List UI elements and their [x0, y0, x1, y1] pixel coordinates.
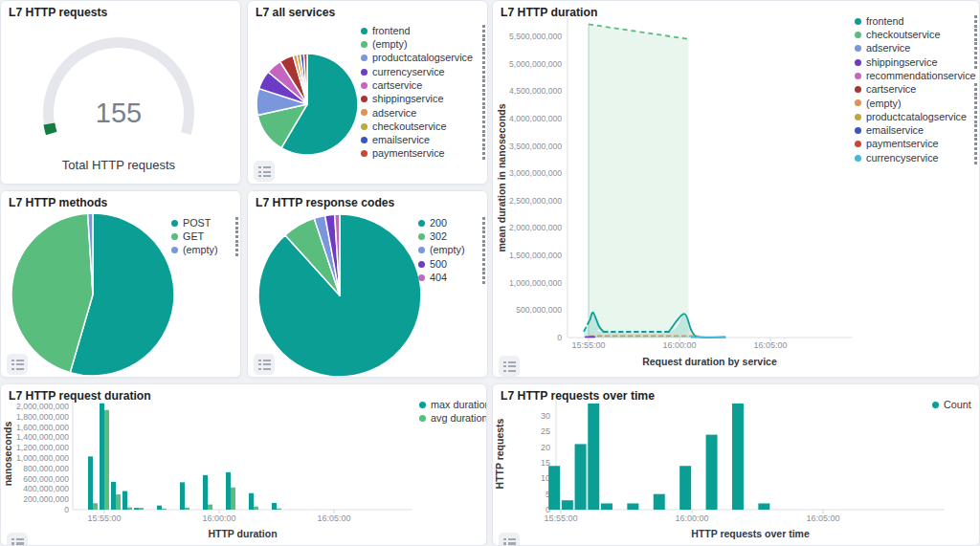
- legend-item[interactable]: 302: [418, 229, 485, 243]
- legend-item[interactable]: emailservice: [361, 133, 485, 146]
- legend-actions-icon[interactable]: [974, 42, 977, 55]
- bar-avg-duration[interactable]: [116, 494, 121, 510]
- legend-actions-icon[interactable]: [974, 15, 977, 28]
- bar-max-duration[interactable]: [180, 482, 185, 510]
- legend-actions-icon[interactable]: [974, 138, 977, 150]
- bar-avg-duration[interactable]: [254, 507, 258, 510]
- legend-toggle-button[interactable]: [254, 354, 275, 375]
- legend-item[interactable]: currencyservice: [855, 151, 977, 164]
- legend-actions-icon[interactable]: [974, 56, 977, 69]
- bar-max-duration[interactable]: [226, 472, 231, 510]
- bar-count[interactable]: [706, 435, 718, 510]
- bar-count[interactable]: [627, 503, 638, 510]
- legend-actions-icon[interactable]: [482, 134, 485, 146]
- legend-actions-icon[interactable]: [235, 230, 238, 243]
- bar-avg-duration[interactable]: [162, 509, 167, 510]
- bar-avg-duration[interactable]: [139, 508, 144, 510]
- legend-item[interactable]: cartservice: [855, 82, 977, 96]
- legend-actions-icon[interactable]: [482, 217, 485, 229]
- bar-count[interactable]: [601, 503, 612, 510]
- legend-actions-icon[interactable]: [235, 217, 238, 229]
- bar-avg-duration[interactable]: [104, 410, 109, 510]
- legend-toggle-button[interactable]: [7, 354, 28, 375]
- bar-avg-duration[interactable]: [208, 505, 212, 510]
- legend-actions-icon[interactable]: [482, 147, 485, 160]
- legend-item[interactable]: POST: [171, 216, 238, 229]
- legend-item[interactable]: 500: [418, 257, 485, 271]
- legend-item[interactable]: cartservice: [361, 78, 485, 92]
- legend-item[interactable]: adservice: [361, 106, 485, 120]
- legend-item[interactable]: GET: [171, 229, 238, 243]
- chart-legend: Count: [932, 398, 978, 411]
- legend-item[interactable]: max duration: [419, 398, 486, 411]
- legend-toggle-button[interactable]: [7, 533, 28, 546]
- legend-item[interactable]: emailservice: [855, 123, 977, 137]
- legend-actions-icon[interactable]: [482, 258, 485, 271]
- legend-actions-icon[interactable]: [974, 124, 977, 137]
- bar-max-duration[interactable]: [88, 456, 93, 510]
- legend-actions-icon[interactable]: [482, 79, 485, 92]
- bar-avg-duration[interactable]: [127, 508, 132, 510]
- bar-count[interactable]: [654, 494, 665, 510]
- legend-actions-icon[interactable]: [974, 29, 977, 41]
- legend-actions-icon[interactable]: [974, 83, 977, 96]
- bar-avg-duration[interactable]: [231, 488, 235, 510]
- legend-toggle-button[interactable]: [499, 356, 520, 377]
- legend-item[interactable]: (empty): [855, 97, 977, 110]
- legend-item[interactable]: frontend: [361, 24, 485, 37]
- legend-item[interactable]: (empty): [361, 37, 485, 51]
- bar-avg-duration[interactable]: [185, 508, 189, 510]
- bar-avg-duration[interactable]: [93, 503, 98, 510]
- bar-max-duration[interactable]: [134, 508, 139, 510]
- bar-max-duration[interactable]: [122, 491, 127, 510]
- legend-actions-icon[interactable]: [482, 93, 485, 105]
- legend-toggle-button[interactable]: [499, 533, 520, 546]
- legend-actions-icon[interactable]: [235, 244, 238, 256]
- legend-actions-icon[interactable]: [482, 66, 485, 78]
- bar-max-duration[interactable]: [111, 482, 116, 510]
- legend-actions-icon[interactable]: [482, 244, 485, 256]
- legend-item[interactable]: (empty): [418, 244, 485, 257]
- legend-item[interactable]: productcatalogservice: [361, 52, 485, 65]
- bar-count[interactable]: [679, 466, 691, 510]
- legend-actions-icon[interactable]: [974, 111, 977, 123]
- legend-item[interactable]: currencyservice: [361, 65, 485, 78]
- legend-item[interactable]: checkoutservice: [361, 120, 485, 133]
- legend-item[interactable]: shippingservice: [361, 92, 485, 105]
- legend-item[interactable]: avg duration: [419, 411, 486, 425]
- legend-item[interactable]: adservice: [855, 42, 977, 55]
- legend-actions-icon[interactable]: [482, 106, 485, 119]
- bar-max-duration[interactable]: [157, 506, 162, 510]
- legend-item[interactable]: shippingservice: [855, 55, 977, 69]
- legend-item[interactable]: Count: [932, 398, 978, 411]
- legend-item[interactable]: productcatalogservice: [855, 110, 977, 123]
- legend-actions-icon[interactable]: [482, 25, 485, 37]
- bar-count[interactable]: [575, 444, 587, 510]
- bar-count[interactable]: [588, 404, 599, 510]
- legend-item[interactable]: 404: [418, 271, 485, 284]
- bar-max-duration[interactable]: [272, 503, 277, 510]
- legend-item[interactable]: frontend: [855, 14, 977, 28]
- bar-max-duration[interactable]: [249, 493, 254, 510]
- bar-max-duration[interactable]: [100, 404, 104, 510]
- legend-actions-icon[interactable]: [482, 52, 485, 64]
- bar-count[interactable]: [548, 466, 560, 510]
- legend-item[interactable]: recommendationservice: [855, 69, 977, 82]
- legend-item[interactable]: paymentservice: [361, 147, 485, 161]
- bar-max-duration[interactable]: [203, 475, 208, 510]
- legend-actions-icon[interactable]: [482, 38, 485, 51]
- legend-actions-icon[interactable]: [974, 152, 977, 164]
- legend-item[interactable]: (empty): [171, 244, 238, 257]
- bar-count[interactable]: [562, 500, 573, 510]
- legend-actions-icon[interactable]: [482, 120, 485, 133]
- bar-avg-duration[interactable]: [277, 509, 281, 510]
- legend-actions-icon[interactable]: [482, 230, 485, 243]
- bar-count[interactable]: [758, 503, 769, 510]
- legend-toggle-button[interactable]: [254, 161, 275, 182]
- legend-item[interactable]: checkoutservice: [855, 28, 977, 41]
- legend-item[interactable]: paymentservice: [855, 138, 977, 151]
- legend-actions-icon[interactable]: [974, 97, 977, 109]
- legend-actions-icon[interactable]: [482, 272, 485, 284]
- legend-item[interactable]: 200: [418, 216, 485, 229]
- bar-count[interactable]: [732, 404, 744, 510]
